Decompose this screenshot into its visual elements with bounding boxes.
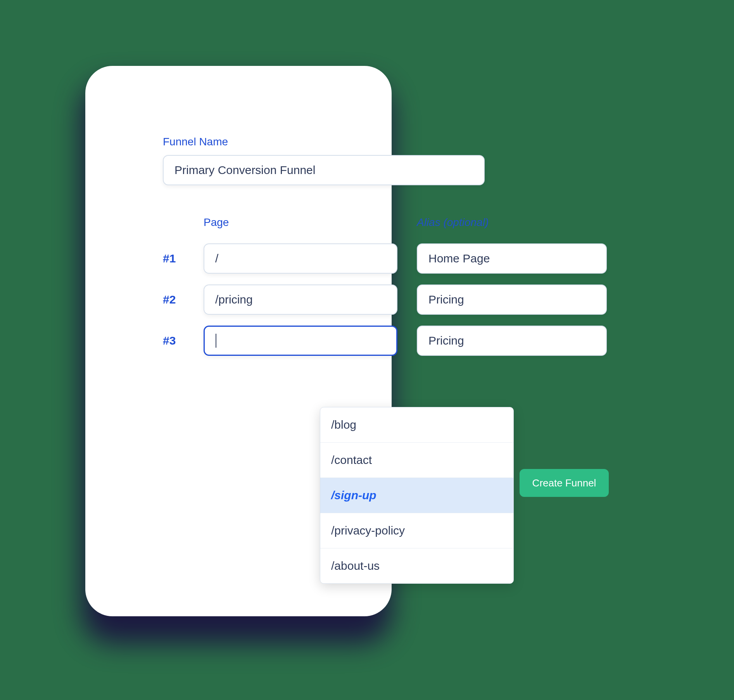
dropdown-option-about[interactable]: /about-us — [320, 548, 513, 583]
step-row: #3 Pricing — [163, 326, 648, 356]
dropdown-option-signup[interactable]: /sign-up — [320, 478, 513, 513]
step-row: #1 / Home Page — [163, 243, 648, 274]
step-number-3: #3 — [163, 334, 204, 347]
step-number-2: #2 — [163, 293, 204, 306]
alias-input-1[interactable]: Home Page — [417, 243, 607, 274]
page-input-3[interactable] — [204, 326, 397, 356]
alias-column-label: Alias (optional) — [417, 216, 489, 229]
step-number-1: #1 — [163, 252, 204, 265]
alias-input-3[interactable]: Pricing — [417, 326, 607, 356]
dropdown-option-blog[interactable]: /blog — [320, 407, 513, 443]
page-column-label: Page — [204, 216, 397, 229]
step-row: #2 /pricing Pricing — [163, 284, 648, 315]
dropdown-option-privacy[interactable]: /privacy-policy — [320, 513, 513, 548]
page-input-1[interactable]: / — [204, 243, 397, 274]
funnel-form: Funnel Name Primary Conversion Funnel Pa… — [163, 136, 648, 367]
text-cursor — [216, 334, 216, 348]
page-input-2[interactable]: /pricing — [204, 284, 397, 315]
alias-input-2[interactable]: Pricing — [417, 284, 607, 315]
page-autocomplete-dropdown: /blog /contact /sign-up /privacy-policy … — [320, 407, 514, 584]
create-funnel-button[interactable]: Create Funnel — [520, 469, 609, 497]
funnel-name-label: Funnel Name — [163, 136, 648, 148]
dropdown-option-contact[interactable]: /contact — [320, 443, 513, 478]
funnel-name-input[interactable]: Primary Conversion Funnel — [163, 155, 485, 185]
